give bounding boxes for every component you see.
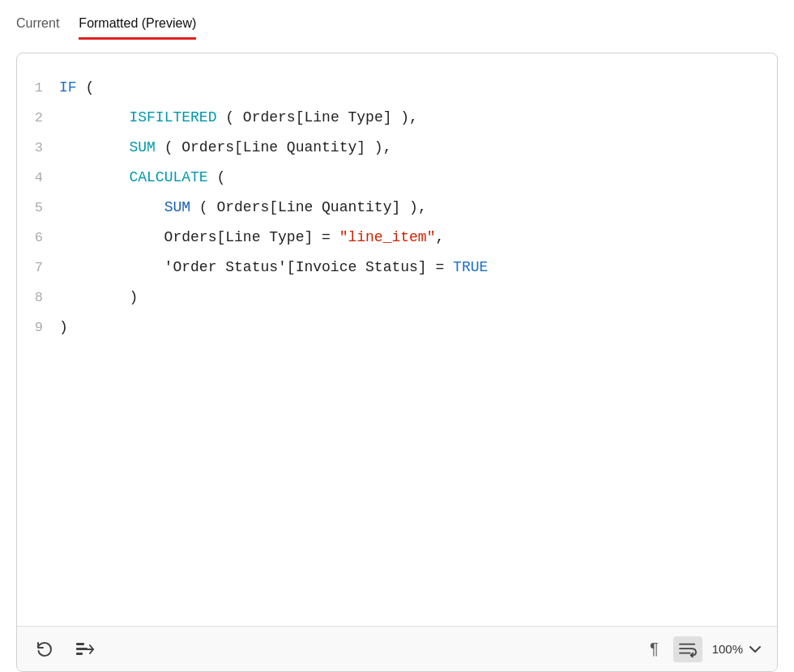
zoom-dropdown-button[interactable]	[746, 644, 764, 655]
code-content: )	[59, 283, 138, 312]
svg-rect-2	[76, 653, 83, 655]
code-line: 4 CALCULATE (	[30, 163, 764, 193]
code-content: SUM ( Orders[Line Quantity] ),	[59, 193, 427, 222]
editor-container: 1IF (2 ISFILTERED ( Orders[Line Type] ),…	[16, 53, 778, 672]
chevron-down-icon	[749, 645, 761, 653]
code-line: 9)	[30, 313, 764, 342]
code-token	[59, 199, 164, 215]
line-number: 2	[30, 104, 59, 133]
line-number: 9	[30, 313, 59, 342]
code-token	[59, 169, 129, 185]
code-token: ( Orders[Line Quantity] ),	[156, 139, 392, 155]
code-line: 8 )	[30, 283, 764, 313]
zoom-display: 100%	[712, 642, 764, 656]
code-token: ( Orders[Line Quantity] ),	[190, 199, 427, 215]
code-token: )	[59, 289, 138, 305]
code-token: IF	[59, 79, 77, 96]
code-line: 7 'Order Status'[Invoice Status] = TRUE	[30, 253, 764, 283]
toolbar-right: 100%	[645, 635, 764, 663]
code-content: SUM ( Orders[Line Quantity] ),	[59, 133, 391, 162]
zoom-value: 100%	[712, 642, 743, 656]
line-number: 1	[30, 74, 59, 103]
code-token	[59, 109, 129, 125]
line-number: 4	[30, 164, 59, 193]
toolbar: 100%	[17, 626, 777, 671]
line-number: 6	[30, 223, 59, 253]
code-token: (	[208, 169, 226, 185]
svg-rect-0	[76, 643, 84, 645]
line-number: 5	[30, 194, 59, 223]
code-line: 1IF (	[30, 73, 764, 103]
word-wrap-icon	[678, 641, 698, 657]
word-wrap-button[interactable]	[673, 636, 702, 662]
code-token: Orders[Line Type] =	[59, 229, 339, 245]
code-line: 2 ISFILTERED ( Orders[Line Type] ),	[30, 103, 764, 133]
code-token: SUM	[164, 199, 190, 215]
toolbar-left	[30, 636, 100, 663]
tab-formatted[interactable]: Formatted (Preview)	[79, 16, 196, 40]
code-content: IF (	[59, 73, 94, 102]
line-number: 8	[30, 283, 59, 313]
code-token: 'Order Status'[Invoice Status] =	[59, 259, 453, 275]
code-token: (	[77, 79, 95, 96]
line-number: 3	[30, 134, 59, 163]
pilcrow-icon	[650, 640, 659, 658]
redirect-button[interactable]	[70, 636, 100, 663]
code-token: CALCULATE	[129, 169, 207, 185]
tab-bar: Current Formatted (Preview)	[16, 16, 778, 40]
pilcrow-button[interactable]	[645, 635, 664, 663]
code-token: ,	[435, 229, 444, 245]
code-content: CALCULATE (	[59, 163, 225, 192]
code-content: ISFILTERED ( Orders[Line Type] ),	[59, 103, 418, 132]
code-token: SUM	[129, 139, 155, 155]
code-area[interactable]: 1IF (2 ISFILTERED ( Orders[Line Type] ),…	[17, 53, 777, 626]
code-token: )	[59, 319, 68, 335]
code-content: )	[59, 313, 68, 342]
code-line: 6 Orders[Line Type] = "line_item",	[30, 223, 764, 253]
code-token	[59, 139, 129, 155]
code-content: 'Order Status'[Invoice Status] = TRUE	[59, 253, 488, 282]
svg-rect-1	[76, 648, 88, 650]
code-token: TRUE	[453, 259, 488, 275]
code-token: ( Orders[Line Type] ),	[216, 109, 417, 125]
line-number: 7	[30, 253, 59, 283]
code-token: ISFILTERED	[129, 109, 216, 125]
tab-current[interactable]: Current	[16, 16, 59, 40]
code-line: 5 SUM ( Orders[Line Quantity] ),	[30, 193, 764, 223]
code-line: 3 SUM ( Orders[Line Quantity] ),	[30, 133, 764, 163]
undo-button[interactable]	[30, 636, 58, 663]
code-token: "line_item"	[339, 229, 436, 245]
code-content: Orders[Line Type] = "line_item",	[59, 223, 444, 252]
